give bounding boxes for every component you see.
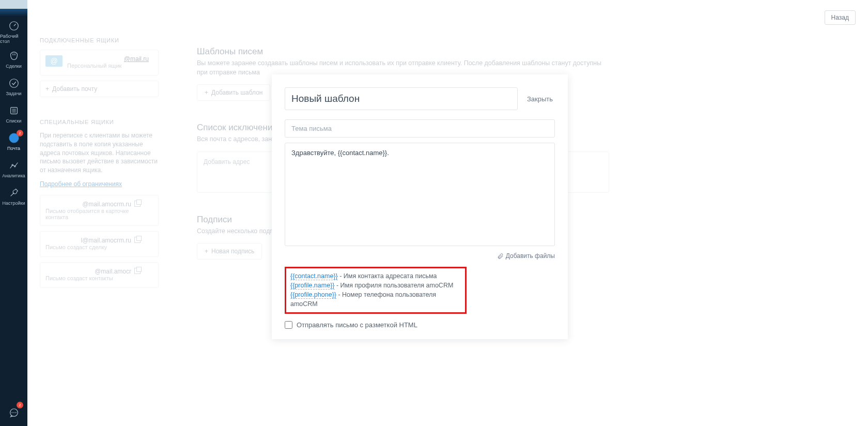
nav-tasks[interactable]: Задачи — [0, 72, 27, 99]
list-icon — [8, 104, 20, 117]
copy-icon[interactable] — [134, 237, 141, 243]
var-contact-name[interactable]: {{contact.name}} — [290, 272, 338, 280]
var-profile-phone[interactable]: {{profile.phone}} — [290, 291, 336, 299]
at-icon: @ — [45, 55, 63, 67]
nav-deals[interactable]: Сделки — [0, 44, 27, 72]
svg-point-1 — [9, 79, 18, 88]
wrench-icon — [8, 186, 20, 200]
mail-badge: 2 — [17, 130, 23, 136]
exclusions-placeholder: Добавить адрес — [204, 158, 250, 165]
chat-icon — [8, 406, 20, 420]
send-html-checkbox[interactable] — [285, 321, 292, 329]
attach-files-button[interactable]: Добавить файлы — [497, 252, 555, 260]
special-description: При переписке с клиентами вы можете подс… — [40, 131, 159, 175]
add-mailbox-button[interactable]: Добавить почту — [40, 81, 159, 97]
gauge-icon — [8, 19, 20, 33]
paperclip-icon — [497, 253, 504, 260]
subject-input[interactable] — [285, 119, 555, 138]
special-title: СПЕЦИАЛЬНЫЕ ЯЩИКИ — [40, 119, 159, 125]
new-template-modal: Закрыть Здравствуйте, {{contact.name}}. … — [272, 74, 568, 339]
special-box-deal[interactable]: l@mail.amocrm.ru Письмо создаст сделку — [40, 231, 159, 257]
special-box-sub: Письмо создаст контакты — [45, 275, 153, 281]
connected-title: ПОДКЛЮЧЕННЫЕ ЯЩИКИ — [40, 37, 159, 43]
nav-chat[interactable]: 2 — [0, 399, 27, 426]
mailbox-item[interactable]: @ @mail.ru Персональный ящик — [40, 50, 159, 75]
special-box-sub: Письмо отобразится в карточке контакта — [45, 208, 153, 220]
send-html-label: Отправлять письмо с разметкой HTML — [297, 321, 417, 329]
add-template-button[interactable]: Добавить шаблон — [197, 84, 270, 101]
check-circle-icon — [8, 77, 20, 90]
body-textarea[interactable]: Здравствуйте, {{contact.name}}. — [285, 143, 555, 246]
copy-icon[interactable] — [134, 268, 141, 274]
new-signature-button[interactable]: Новая подпись — [197, 243, 262, 260]
special-box-address: @mail.amocr — [45, 268, 153, 275]
special-box-contact[interactable]: @mail.amocr Письмо создаст контакты — [40, 262, 159, 288]
nav-rail: Рабочий стол Сделки Задачи Списки 2 Почт… — [0, 0, 27, 426]
special-box-sub: Письмо создаст сделку — [45, 244, 153, 250]
nav-desk[interactable]: Рабочий стол — [0, 17, 27, 44]
close-button[interactable]: Закрыть — [525, 93, 555, 105]
workspace-logo[interactable] — [0, 0, 27, 17]
copy-icon[interactable] — [134, 201, 141, 207]
send-html-checkbox-row[interactable]: Отправлять письмо с разметкой HTML — [285, 321, 555, 329]
special-box-address: l@mail.amocrm.ru — [45, 237, 153, 244]
special-box-address: @mail.amocrm.ru — [45, 201, 153, 208]
nav-settings[interactable]: Настройки — [0, 181, 27, 209]
nav-mail[interactable]: 2 Почта — [0, 127, 27, 154]
var-profile-name[interactable]: {{profile.name}} — [290, 282, 335, 290]
variables-legend: {{contact.name}} - Имя контакта адресата… — [285, 267, 467, 314]
limitations-link[interactable]: Подробнее об ограничениях — [40, 180, 122, 188]
templates-title: Шаблоны писем — [197, 47, 609, 57]
special-box-display[interactable]: @mail.amocrm.ru Письмо отобразится в кар… — [40, 195, 159, 226]
template-name-input[interactable] — [285, 87, 518, 110]
chart-icon — [8, 159, 20, 172]
nav-lists[interactable]: Списки — [0, 99, 27, 127]
nav-analytics[interactable]: Аналитика — [0, 154, 27, 181]
chat-badge: 2 — [17, 402, 23, 408]
back-button[interactable]: Назад — [825, 10, 856, 25]
bag-icon — [8, 49, 20, 63]
